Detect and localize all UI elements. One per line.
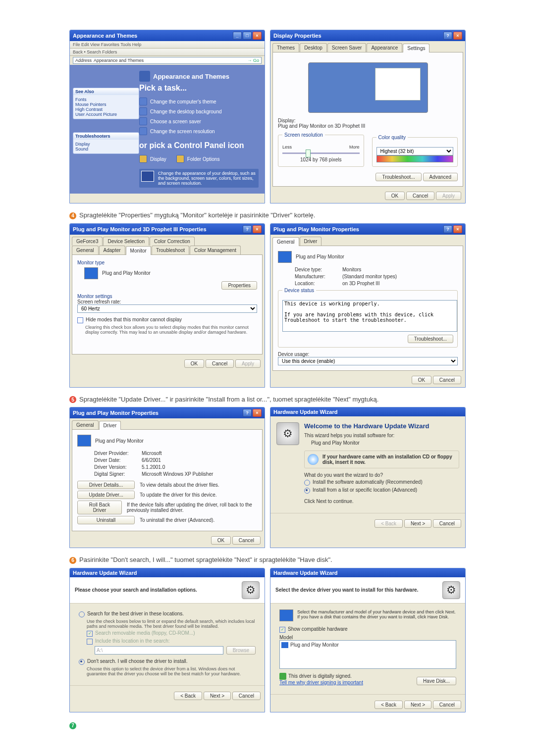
wizard-question: What do you want the wizard to do? — [304, 472, 459, 478]
wizard-hint: Select the manufacturer and model of you… — [297, 609, 456, 621]
next-button[interactable]: Next > — [204, 692, 231, 700]
step6-text: 6Pasirinkite "Don't search, I will..." t… — [69, 556, 466, 564]
have-disk-button[interactable]: Have Disk... — [417, 677, 456, 685]
device-status-text — [282, 300, 457, 332]
tab-general[interactable]: General — [72, 246, 99, 254]
close-icon[interactable]: × — [453, 225, 462, 233]
task-link[interactable]: Change the desktop background — [139, 106, 259, 116]
side-link[interactable]: Display — [75, 142, 137, 147]
tab-general[interactable]: General — [72, 420, 99, 429]
task-link[interactable]: Change the computer's theme — [139, 97, 259, 106]
wizard-icon: ⚙ — [442, 581, 460, 599]
tab-device-selection[interactable]: Device Selection — [103, 237, 149, 246]
tab-settings[interactable]: Settings — [403, 44, 429, 52]
help-icon[interactable]: ? — [243, 409, 252, 417]
side-link[interactable]: Sound — [75, 147, 137, 151]
advanced-button[interactable]: Advanced — [423, 173, 458, 181]
window-title: Plug and Play Monitor and 3D Prophet III… — [73, 226, 207, 232]
tab-geforce3[interactable]: GeForce3 — [72, 237, 103, 246]
side-link[interactable]: Mouse Pointers — [75, 102, 137, 107]
menu-bar[interactable]: File Edit View Favorites Tools Help — [70, 41, 265, 49]
close-icon[interactable]: × — [253, 32, 262, 40]
chk-location[interactable] — [87, 639, 93, 645]
hide-modes-checkbox[interactable] — [77, 317, 83, 323]
maximize-icon[interactable]: □ — [243, 32, 252, 40]
tab-troubleshoot[interactable]: Troubleshoot — [152, 246, 189, 254]
apply-button[interactable]: Apply — [436, 192, 461, 200]
why-signing-link[interactable]: Tell me why driver signing is important — [279, 680, 363, 685]
display-properties-window: Display Properties ? × Themes Desktop Sc… — [270, 30, 466, 203]
help-icon[interactable]: ? — [443, 225, 452, 233]
tab-color-correction[interactable]: Color Correction — [150, 237, 195, 246]
display-icon — [139, 155, 147, 163]
side-link[interactable]: High Contrast — [75, 107, 137, 112]
next-button[interactable]: Next > — [404, 701, 431, 709]
cancel-button[interactable]: Cancel — [433, 376, 461, 384]
tab-driver[interactable]: Driver — [300, 237, 322, 246]
cancel-button[interactable]: Cancel — [406, 192, 434, 200]
model-list[interactable]: Plug and Play Monitor — [279, 640, 456, 669]
refresh-rate-select[interactable]: 60 Hertz — [77, 304, 257, 313]
task-icon — [139, 98, 147, 105]
side-link[interactable]: Fonts — [75, 97, 137, 102]
next-button[interactable]: Next > — [404, 519, 431, 528]
help-icon[interactable]: ? — [243, 225, 252, 233]
uninstall-button[interactable]: Uninstall — [77, 516, 135, 524]
side-link[interactable]: User Account Picture — [75, 112, 137, 117]
roll-back-button[interactable]: Roll Back Driver — [77, 501, 122, 514]
troubleshoot-button[interactable]: Troubleshoot... — [408, 335, 453, 343]
radio-auto[interactable] — [304, 480, 310, 486]
device-name: Plug and Play Monitor — [296, 254, 344, 259]
close-icon[interactable]: × — [453, 32, 462, 40]
driver-details-button[interactable]: Driver Details... — [77, 481, 135, 489]
apply-button[interactable]: Apply — [235, 359, 261, 368]
cancel-button[interactable]: Cancel — [206, 359, 234, 368]
close-icon[interactable]: × — [253, 409, 262, 417]
tab-general[interactable]: General — [272, 237, 299, 246]
radio-dont-search[interactable] — [79, 659, 85, 665]
device-usage-select[interactable]: Use this device (enable) — [278, 357, 458, 365]
hide-modes-help: Clearing this check box allows you to se… — [85, 325, 257, 335]
ok-button[interactable]: OK — [211, 536, 231, 545]
back-button[interactable]: < Back — [374, 519, 403, 528]
tab-monitor[interactable]: Monitor — [126, 246, 151, 255]
troubleshoot-button[interactable]: Troubleshoot... — [375, 173, 421, 181]
cpl-icon-folder-options[interactable]: Folder Options — [176, 154, 220, 164]
back-button[interactable]: < Back — [374, 701, 403, 709]
cancel-button[interactable]: Cancel — [433, 519, 461, 528]
ok-button[interactable]: OK — [385, 192, 405, 200]
cancel-button[interactable]: Cancel — [433, 701, 461, 709]
task-link[interactable]: Change the screen resolution — [139, 126, 259, 136]
close-icon[interactable]: × — [253, 225, 262, 233]
browse-button[interactable]: Browse — [226, 646, 256, 655]
resolution-slider[interactable] — [282, 152, 360, 154]
tab-driver[interactable]: Driver — [99, 421, 121, 430]
window-title: Plug and Play Monitor Properties — [73, 410, 159, 416]
cancel-button[interactable]: Cancel — [232, 536, 261, 545]
tab-screensaver[interactable]: Screen Saver — [327, 43, 367, 52]
chk-compatible[interactable]: ✓ — [279, 627, 285, 633]
back-button[interactable]: < Back — [174, 692, 202, 700]
tab-appearance[interactable]: Appearance — [367, 43, 402, 52]
ok-button[interactable]: OK — [184, 359, 204, 368]
tab-desktop[interactable]: Desktop — [300, 43, 327, 52]
update-driver-button[interactable]: Update Driver... — [77, 491, 135, 499]
task-link[interactable]: Choose a screen saver — [139, 116, 259, 126]
path-input[interactable] — [95, 646, 223, 655]
chk-removable[interactable]: ✓ — [87, 631, 93, 637]
cancel-button[interactable]: Cancel — [232, 692, 261, 700]
cpl-icon-display[interactable]: Display — [139, 154, 166, 164]
color-quality-select[interactable]: Highest (32 bit) — [376, 147, 454, 155]
tab-adapter[interactable]: Adapter — [99, 246, 125, 254]
tab-color-management[interactable]: Color Management — [190, 246, 241, 254]
minimize-icon[interactable]: _ — [233, 32, 242, 40]
help-icon[interactable]: ? — [443, 32, 452, 40]
tab-themes[interactable]: Themes — [272, 43, 299, 52]
radio-search[interactable] — [79, 611, 85, 617]
address-bar[interactable]: Address Appearance and Themes → Go — [73, 57, 262, 64]
toolbar[interactable]: Back • Search Folders — [70, 49, 265, 56]
properties-button[interactable]: Properties — [221, 281, 257, 290]
ok-button[interactable]: OK — [412, 376, 431, 384]
radio-list[interactable] — [304, 488, 310, 494]
refresh-rate-label: Screen refresh rate: — [77, 299, 257, 304]
